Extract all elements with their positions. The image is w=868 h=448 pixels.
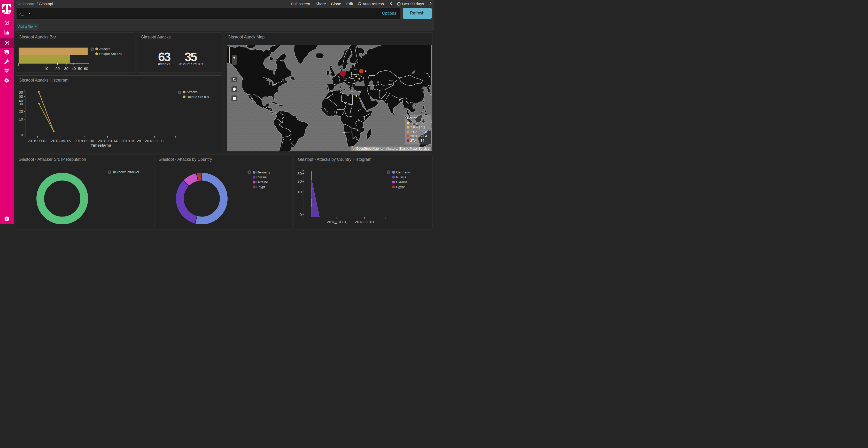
svg-text:10: 10 <box>297 190 302 194</box>
svg-text:10: 10 <box>44 66 48 71</box>
svg-text:30: 30 <box>19 102 23 106</box>
svg-text:0: 0 <box>21 132 23 137</box>
svg-text:20: 20 <box>19 109 23 113</box>
svg-text:2018-11-01: 2018-11-01 <box>355 219 375 224</box>
svg-text:30: 30 <box>64 66 68 71</box>
svg-text:2018-09-02: 2018-09-02 <box>28 138 48 143</box>
svg-text:50: 50 <box>78 66 83 71</box>
svg-text:50: 50 <box>19 94 23 99</box>
svg-text:40: 40 <box>71 66 76 71</box>
svg-text:2018-11-11: 2018-11-11 <box>145 138 164 143</box>
svg-text:2018-09-30: 2018-09-30 <box>74 138 94 143</box>
svg-text:60: 60 <box>84 66 88 71</box>
svg-text:2018-10-14: 2018-10-14 <box>98 138 118 143</box>
svg-text:10: 10 <box>19 117 23 121</box>
svg-text:0: 0 <box>300 212 302 217</box>
svg-text:2018-10-28: 2018-10-28 <box>121 138 141 143</box>
svg-text:60: 60 <box>19 90 23 94</box>
svg-text:2018-09-16: 2018-09-16 <box>51 138 71 143</box>
svg-text:30: 30 <box>297 171 302 176</box>
svg-text:Timestamp: Timestamp <box>335 222 355 224</box>
svg-text:20: 20 <box>55 66 60 71</box>
svg-text:Timestamp: Timestamp <box>91 143 111 147</box>
svg-text:20: 20 <box>297 179 302 183</box>
